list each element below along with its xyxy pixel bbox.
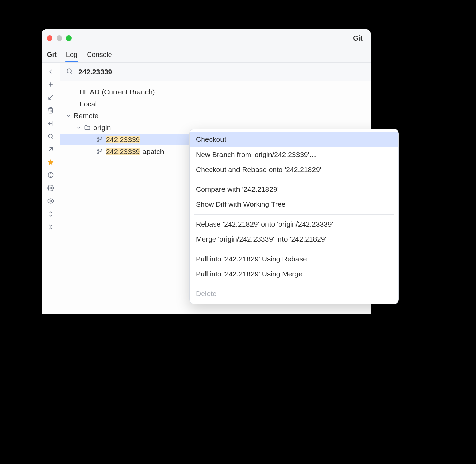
- back-button[interactable]: [45, 65, 57, 78]
- settings-button[interactable]: [45, 182, 57, 194]
- menu-delete[interactable]: Delete: [190, 286, 398, 301]
- svg-point-5: [48, 134, 52, 138]
- menu-separator: [194, 214, 394, 215]
- svg-point-14: [50, 187, 51, 189]
- tree-label: Remote: [74, 112, 99, 120]
- menu-pull-rebase[interactable]: Pull into '242.21829' Using Rebase: [190, 251, 398, 267]
- branch-name: 242.23339: [106, 136, 140, 144]
- svg-point-22: [101, 149, 102, 151]
- svg-point-19: [101, 137, 102, 139]
- window-title: Git: [353, 34, 363, 42]
- collapse-button[interactable]: [45, 221, 57, 233]
- context-menu: Checkout New Branch from 'origin/242.233…: [189, 129, 399, 304]
- tree-label: HEAD (Current Branch): [80, 88, 155, 96]
- diff-button[interactable]: [45, 143, 57, 155]
- svg-line-2: [49, 95, 53, 99]
- zoom-window-button[interactable]: [66, 35, 72, 41]
- chevron-down-icon: [66, 113, 71, 118]
- tree-head[interactable]: HEAD (Current Branch): [60, 86, 371, 98]
- svg-marker-8: [48, 159, 53, 165]
- git-tool-window: Git Git Log Console: [42, 29, 371, 314]
- svg-line-17: [71, 72, 72, 74]
- view-button[interactable]: [45, 195, 57, 207]
- menu-compare[interactable]: Compare with '242.21829': [190, 182, 398, 197]
- menu-pull-merge[interactable]: Pull into '242.21829' Using Merge: [190, 266, 398, 282]
- fetch-button[interactable]: [45, 117, 57, 129]
- new-branch-button[interactable]: [45, 78, 57, 91]
- menu-merge[interactable]: Merge 'origin/242.23339' into '242.21829…: [190, 232, 398, 247]
- menu-show-diff[interactable]: Show Diff with Working Tree: [190, 197, 398, 212]
- svg-point-16: [67, 69, 71, 73]
- menu-new-branch[interactable]: New Branch from 'origin/242.23339'…: [190, 147, 398, 163]
- tree-local[interactable]: Local: [60, 98, 371, 110]
- tree-label: Local: [80, 100, 97, 108]
- tabbar: Git Log Console: [42, 47, 371, 63]
- menu-rebase[interactable]: Rebase '242.21829' onto 'origin/242.2333…: [190, 217, 398, 232]
- window-controls: [47, 35, 72, 41]
- menu-checkout[interactable]: Checkout: [190, 132, 398, 147]
- svg-line-6: [52, 137, 53, 139]
- folder-icon: [84, 124, 91, 131]
- svg-point-15: [50, 200, 51, 202]
- search-bar[interactable]: 242.23339: [60, 63, 371, 81]
- tab-console[interactable]: Console: [87, 47, 112, 62]
- menu-separator: [194, 284, 394, 284]
- search-icon: [66, 68, 73, 76]
- titlebar: Git: [42, 29, 371, 47]
- tree-remote[interactable]: Remote: [60, 110, 371, 122]
- tree-label: origin: [93, 124, 111, 132]
- chevron-down-icon: [76, 125, 81, 130]
- branch-name: 242.23339-apatch: [106, 148, 164, 156]
- menu-separator: [194, 249, 394, 249]
- navigate-button[interactable]: [45, 169, 57, 181]
- minimize-window-button[interactable]: [57, 35, 62, 41]
- menu-separator: [194, 180, 394, 180]
- search-button[interactable]: [45, 130, 57, 142]
- search-query: 242.23339: [78, 68, 112, 76]
- tab-log[interactable]: Log: [66, 47, 77, 62]
- svg-point-18: [98, 137, 99, 139]
- svg-point-21: [98, 149, 99, 151]
- delete-button[interactable]: [45, 104, 57, 117]
- branch-icon: [97, 149, 103, 155]
- expand-button[interactable]: [45, 208, 57, 220]
- tab-git[interactable]: Git: [47, 47, 57, 62]
- toolbar: [42, 63, 60, 314]
- favorite-button[interactable]: [45, 156, 57, 168]
- branch-icon: [97, 137, 103, 143]
- svg-line-7: [49, 147, 53, 151]
- menu-checkout-rebase[interactable]: Checkout and Rebase onto '242.21829': [190, 162, 398, 177]
- checkout-button[interactable]: [45, 91, 57, 104]
- close-window-button[interactable]: [47, 35, 52, 41]
